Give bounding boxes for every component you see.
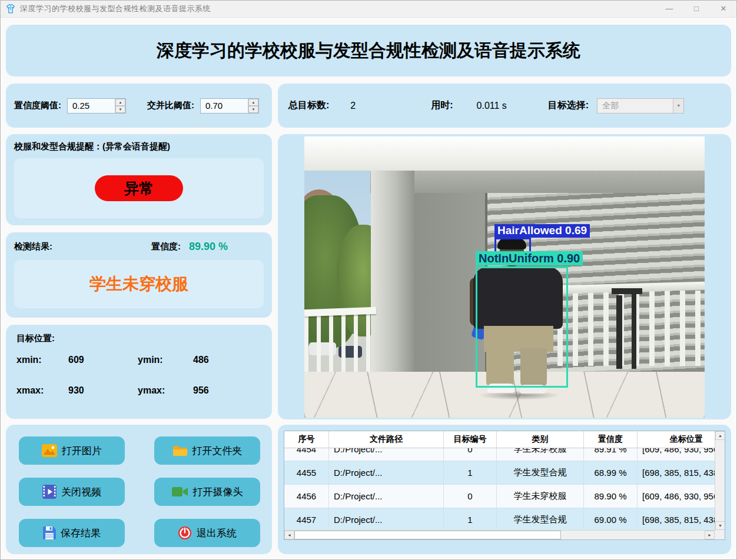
open-image-label: 打开图片 (62, 444, 102, 458)
cell-target[interactable]: 1 (444, 508, 497, 532)
elapsed-time-label: 用时: (431, 99, 453, 112)
video-film-icon (42, 485, 57, 499)
detection-label-hair: HairAllowed 0.69 (494, 224, 590, 238)
photo-right-railing (557, 291, 705, 366)
iou-threshold-value[interactable]: 0.70 (201, 101, 248, 111)
cell-seq[interactable]: 4454 (284, 448, 329, 461)
cell-coords[interactable]: [609, 486, 930, 956 (638, 448, 716, 461)
column-header-coords: 坐标位置 (638, 431, 716, 448)
open-camera-button[interactable]: 打开摄像头 (154, 478, 260, 506)
target-select-label: 目标选择: (548, 99, 589, 112)
cell-coords[interactable]: [698, 385, 815, 438 (638, 461, 716, 485)
exit-system-label: 退出系统 (197, 526, 237, 540)
detection-photo: HairAllowed 0.69 NotInUniform 0.90 (304, 136, 705, 418)
confidence-threshold-label: 置信度阈值: (14, 100, 61, 111)
confidence-value: 89.90 % (189, 241, 228, 253)
detection-result-panel: 检测结果: 置信度: 89.90 % 学生未穿校服 (6, 232, 272, 318)
cell-path[interactable]: D:/Project/... (329, 508, 444, 532)
cell-confidence[interactable]: 69.00 % (584, 508, 638, 532)
cell-category[interactable]: 学生发型合规 (497, 461, 584, 485)
table-row[interactable]: 4454 D:/Project/... 0 学生未穿校服 89.91 % [60… (284, 448, 725, 461)
header-panel: 深度学习的学校校服与发型合规性检测及语音提示系统 (6, 25, 731, 76)
confidence-threshold-value[interactable]: 0.25 (68, 101, 115, 111)
camera-icon (172, 486, 188, 498)
save-floppy-icon (43, 526, 56, 539)
photo-metal-bracket (612, 288, 642, 294)
power-icon (178, 526, 192, 540)
open-folder-button[interactable]: 打开文件夹 (154, 436, 260, 465)
photo-ceiling (304, 136, 705, 171)
xmin-label: xmin: (16, 355, 68, 365)
minimize-button[interactable]: — (656, 0, 683, 17)
horizontal-scrollbar[interactable]: ◄ ► (284, 530, 715, 539)
exit-system-button[interactable]: 退出系统 (154, 519, 260, 547)
target-select-value: 全部 (597, 101, 673, 111)
table-row[interactable]: 4455 D:/Project/... 1 学生发型合规 68.99 % [69… (284, 461, 725, 485)
ymax-value: 956 (193, 385, 240, 396)
cell-coords[interactable]: [609, 486, 930, 956 (638, 485, 716, 508)
image-display-panel: HairAllowed 0.69 NotInUniform 0.90 (278, 134, 731, 419)
close-video-button[interactable]: 关闭视频 (19, 478, 125, 506)
alert-heading: 校服和发型合规提醒：(异常会语音提醒) (14, 141, 264, 152)
titlebar: 深度学习的学校校服与发型合规性检测及语音提示系统 — □ ✕ (0, 0, 737, 18)
cell-seq[interactable]: 4457 (284, 508, 329, 532)
scrollbar-thumb[interactable] (294, 531, 561, 539)
vertical-scrollbar[interactable]: ▲ ▼ (715, 431, 725, 530)
table-row[interactable]: 4456 D:/Project/... 0 学生未穿校服 89.90 % [60… (284, 485, 725, 508)
xmin-value: 609 (68, 355, 138, 365)
cell-path[interactable]: D:/Project/... (329, 461, 444, 485)
column-header-target: 目标编号 (444, 431, 497, 448)
cell-confidence[interactable]: 89.91 % (584, 448, 638, 461)
cell-target[interactable]: 0 (444, 448, 497, 461)
cell-path[interactable]: D:/Project/... (329, 485, 444, 508)
compliance-alert-panel: 校服和发型合规提醒：(异常会语音提醒) 异常 (6, 134, 272, 225)
table-row[interactable]: 4457 D:/Project/... 1 学生发型合规 69.00 % [69… (284, 508, 725, 532)
results-table: 序号 文件路径 目标编号 类别 置信度 坐标位置 4454 D:/Project… (284, 431, 725, 540)
detection-label-uniform: NotInUniform 0.90 (476, 251, 583, 265)
confidence-threshold-spinner[interactable]: 0.25 ▲ ▼ (67, 98, 126, 114)
cell-seq[interactable]: 4455 (284, 461, 329, 485)
cell-category[interactable]: 学生未穿校服 (497, 448, 584, 461)
xmax-label: xmax: (16, 385, 68, 396)
open-image-button[interactable]: 打开图片 (19, 436, 125, 465)
window-title: 深度学习的学校校服与发型合规性检测及语音提示系统 (20, 4, 211, 14)
result-inner-panel: 学生未穿校服 (14, 260, 264, 308)
cell-target[interactable]: 0 (444, 485, 497, 508)
scroll-right-icon[interactable]: ► (705, 531, 715, 539)
scroll-left-icon[interactable]: ◄ (284, 531, 294, 539)
status-badge: 异常 (95, 175, 183, 201)
photo-metal-pole (616, 295, 622, 369)
cell-target[interactable]: 1 (444, 461, 497, 485)
ymax-label: ymax: (138, 385, 193, 396)
target-select-dropdown[interactable]: 全部 ▼ (597, 98, 684, 114)
cell-confidence[interactable]: 89.90 % (584, 485, 638, 508)
spin-up-icon[interactable]: ▲ (248, 99, 258, 106)
cell-seq[interactable]: 4456 (284, 485, 329, 508)
results-table-panel: 序号 文件路径 目标编号 类别 置信度 坐标位置 4454 D:/Project… (278, 425, 731, 554)
image-icon (42, 444, 57, 457)
chevron-down-icon[interactable]: ▼ (673, 99, 683, 113)
ymin-value: 486 (193, 355, 240, 365)
maximize-button[interactable]: □ (683, 0, 710, 17)
photo-beam (370, 171, 705, 193)
total-targets-label: 总目标数: (288, 99, 329, 112)
spin-down-icon[interactable]: ▼ (115, 106, 125, 113)
scroll-down-icon[interactable]: ▼ (715, 521, 725, 530)
close-button[interactable]: ✕ (710, 0, 737, 17)
detection-box-uniform (476, 266, 568, 388)
column-header-category: 类别 (497, 431, 584, 448)
page-title: 深度学习的学校校服与发型合规性检测及语音提示系统 (157, 39, 580, 63)
ymin-label: ymin: (138, 355, 193, 365)
spin-up-icon[interactable]: ▲ (115, 99, 125, 106)
iou-threshold-spinner[interactable]: 0.70 ▲ ▼ (200, 98, 259, 114)
target-position-panel: 目标位置: xmin: 609 ymin: 486 xmax: 930 ymax… (6, 325, 272, 419)
cell-category[interactable]: 学生未穿校服 (497, 485, 584, 508)
scroll-up-icon[interactable]: ▲ (715, 431, 725, 440)
spin-down-icon[interactable]: ▼ (248, 106, 258, 113)
uniform-shirt-icon (5, 3, 16, 15)
cell-coords[interactable]: [698, 385, 815, 438 (638, 508, 716, 532)
cell-confidence[interactable]: 68.99 % (584, 461, 638, 485)
save-results-button[interactable]: 保存结果 (19, 519, 125, 547)
cell-path[interactable]: D:/Project/... (329, 448, 444, 461)
cell-category[interactable]: 学生发型合规 (497, 508, 584, 532)
